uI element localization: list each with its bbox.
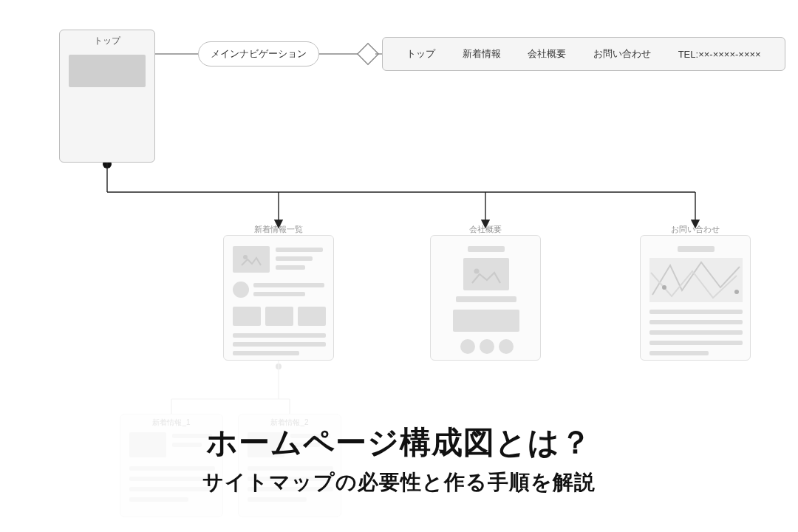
headline-subtitle: サイトマップの必要性と作る手順を解説 — [0, 467, 798, 498]
article-headline: ホームページ構成図とは？ サイトマップの必要性と作る手順を解説 — [0, 422, 798, 498]
node-news-list: 新着情報一覧 — [223, 235, 334, 361]
node-top-title: トップ — [60, 30, 154, 47]
navbar-item-contact: お問い合わせ — [593, 47, 651, 61]
node-contact: お問い合わせ — [640, 235, 751, 361]
node-top-page: トップ — [59, 30, 155, 163]
diagram-canvas: トップ メインナビゲーション トップ 新着情報 会社概要 お問い合わせ TEL:… — [0, 0, 798, 532]
svg-point-20 — [662, 285, 666, 290]
navbar-wireframe: トップ 新着情報 会社概要 お問い合わせ TEL:××-××××-×××× — [382, 37, 785, 71]
svg-rect-2 — [358, 44, 378, 64]
headline-title: ホームページ構成図とは？ — [0, 422, 798, 464]
image-icon — [471, 265, 502, 284]
node-company: 会社概要 — [430, 235, 541, 361]
node-company-title: 会社概要 — [431, 224, 540, 235]
svg-point-21 — [734, 290, 739, 294]
image-icon — [240, 252, 262, 267]
map-lines-icon — [649, 258, 743, 302]
navbar-item-top: トップ — [406, 47, 435, 61]
node-news-title: 新着情報一覧 — [224, 224, 333, 235]
navbar-item-news: 新着情報 — [463, 47, 501, 61]
wireframe-hero-block — [69, 55, 146, 87]
node-main-navigation: メインナビゲーション — [198, 41, 319, 66]
svg-point-13 — [276, 364, 282, 369]
svg-point-19 — [474, 269, 480, 274]
node-contact-title: お問い合わせ — [641, 224, 750, 235]
navbar-item-company: 会社概要 — [528, 47, 566, 61]
node-main-navigation-label: メインナビゲーション — [211, 47, 307, 61]
navbar-item-tel: TEL:××-××××-×××× — [678, 49, 761, 60]
svg-point-18 — [243, 255, 248, 259]
